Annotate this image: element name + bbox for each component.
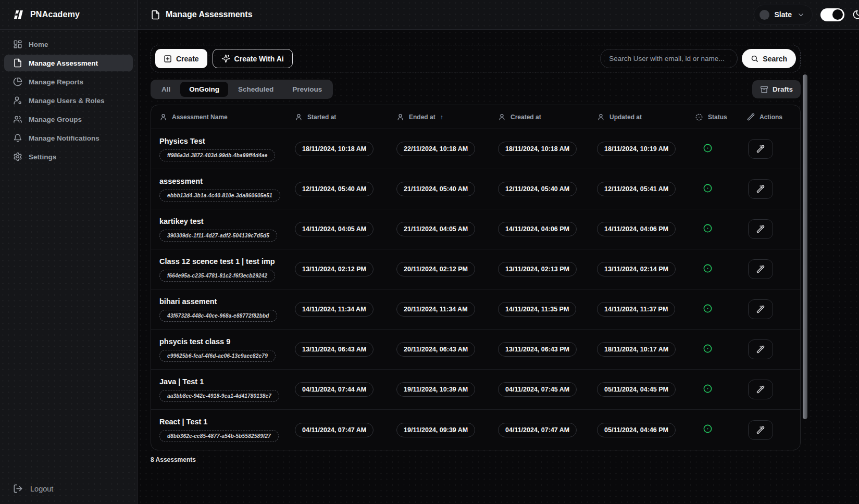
sidebar-item-manage-groups[interactable]: Manage Groups (4, 111, 133, 128)
actions-cell (747, 380, 792, 399)
vertical-scrollbar-thumb[interactable] (803, 74, 807, 419)
updated-at-cell: 18/11/2024, 10:19 AM (597, 142, 695, 156)
row-actions-button[interactable] (748, 139, 773, 159)
created-at-value: 04/11/2024, 07:47 AM (498, 423, 577, 437)
tab-previous[interactable]: Previous (283, 82, 331, 97)
toggle-knob (832, 9, 843, 20)
sidebar-item-home[interactable]: Home (4, 36, 133, 53)
assessment-name-cell: assessment ebbb13d4-3b1a-4c40-810e-3da86… (159, 177, 295, 201)
dark-mode-toggle[interactable] (820, 8, 844, 21)
sidebar-item-manage-users-roles[interactable]: Manage Users & Roles (4, 92, 133, 109)
sidebar-footer: Logout (0, 473, 137, 504)
tab-ongoing[interactable]: OnGoing (180, 82, 228, 97)
updated-at-value: 18/11/2024, 10:19 AM (597, 142, 676, 156)
updated-at-value: 14/11/2024, 11:37 PM (597, 302, 675, 317)
tab-scheduled[interactable]: Scheduled (229, 82, 282, 97)
created-at-value: 18/11/2024, 10:18 AM (498, 142, 577, 156)
create-button[interactable]: Create (155, 49, 207, 68)
ended-at-value: 19/11/2024, 10:39 AM (396, 382, 475, 397)
users-group-icon (13, 115, 22, 124)
created-at-cell: 14/11/2024, 11:35 PM (498, 302, 597, 317)
sidebar-item-label: Settings (29, 153, 56, 161)
actions-cell (747, 420, 792, 440)
ended-at-cell: 20/11/2024, 11:34 AM (396, 302, 498, 317)
updated-at-cell: 18/11/2024, 10:17 AM (597, 342, 695, 357)
create-with-ai-button[interactable]: Create With Ai (213, 49, 293, 68)
ended-at-value: 21/11/2024, 05:40 AM (396, 182, 475, 196)
assessment-id-badge: 390309dc-1f11-4d27-adf2-504139c7d5d5 (159, 230, 277, 242)
search-button[interactable]: Search (742, 49, 796, 68)
column-label: Ended at (409, 114, 435, 121)
assessment-name-cell: phsycis test class 9 e99625b6-feaf-4f6d-… (159, 337, 295, 362)
row-actions-button[interactable] (748, 420, 773, 440)
sidebar-item-manage-reports[interactable]: Manage Reports (4, 73, 133, 90)
search-button-label: Search (763, 55, 787, 63)
updated-at-value: 13/11/2024, 02:14 PM (597, 262, 676, 276)
created-at-value: 14/11/2024, 11:35 PM (498, 302, 576, 317)
created-at-value: 04/11/2024, 07:45 AM (498, 382, 577, 397)
column-header-status[interactable]: Status (695, 113, 747, 121)
bell-icon (13, 133, 22, 143)
assessment-id-badge: f664e95a-c235-4781-81c2-f6f3ecb29242 (159, 270, 275, 282)
status-cell (695, 143, 747, 155)
column-header-actions[interactable]: Actions (747, 113, 792, 121)
wand-sparkles-icon (756, 265, 765, 273)
row-actions-button[interactable] (748, 299, 773, 319)
moon-icon (852, 9, 859, 20)
logout-label: Logout (30, 485, 53, 493)
sidebar-item-manage-assessment[interactable]: Manage Assessment (4, 55, 133, 71)
search-input[interactable] (600, 49, 738, 68)
theme-select[interactable]: Slate (754, 5, 813, 24)
column-header-assessment-name[interactable]: Assessment Name (159, 113, 295, 121)
sidebar-item-manage-notifications[interactable]: Manage Notifications (4, 130, 133, 146)
created-at-cell: 14/11/2024, 04:06 PM (498, 222, 597, 236)
created-at-cell: 04/11/2024, 07:47 AM (498, 423, 597, 437)
drafts-label: Drafts (773, 85, 793, 93)
logout-button[interactable]: Logout (13, 484, 124, 494)
assessment-name-cell: Class 12 scence test 1 | test imp f664e9… (159, 257, 295, 282)
table-row: phsycis test class 9 e99625b6-feaf-4f6d-… (151, 330, 800, 370)
status-ongoing-icon (703, 384, 713, 394)
tab-all[interactable]: All (153, 82, 179, 97)
wand-sparkles-icon (756, 145, 765, 153)
sidebar-item-settings[interactable]: Settings (4, 148, 133, 165)
started-at-value: 14/11/2024, 11:34 AM (295, 302, 374, 317)
ended-at-value: 20/11/2024, 11:34 AM (396, 302, 475, 317)
column-header-created-at[interactable]: Created at (498, 113, 597, 121)
ended-at-cell: 20/11/2024, 06:43 AM (396, 342, 498, 357)
created-at-cell: 04/11/2024, 07:45 AM (498, 382, 597, 397)
started-at-value: 04/11/2024, 07:44 AM (295, 382, 374, 397)
status-ongoing-icon (703, 263, 713, 273)
user-column-icon (295, 113, 303, 121)
row-actions-button[interactable] (748, 380, 773, 399)
status-cell (695, 424, 747, 436)
column-header-ended-at[interactable]: Ended at ↑ (396, 113, 498, 121)
drafts-button[interactable]: Drafts (752, 80, 801, 98)
updated-at-cell: 05/11/2024, 04:45 PM (597, 382, 695, 397)
column-label: Updated at (609, 114, 642, 121)
started-at-value: 04/11/2024, 07:47 AM (295, 423, 374, 437)
row-actions-button[interactable] (748, 339, 773, 359)
wand-sparkles-icon (756, 305, 765, 313)
wand-sparkles-icon (756, 426, 765, 434)
sidebar-item-label: Manage Assessment (29, 59, 98, 67)
sidebar-item-label: Home (29, 41, 48, 48)
created-at-value: 13/11/2024, 06:43 PM (498, 342, 577, 357)
row-actions-button[interactable] (748, 259, 773, 279)
row-actions-button[interactable] (748, 179, 773, 199)
actions-cell (747, 179, 792, 199)
create-label: Create (176, 55, 199, 63)
user-column-icon (159, 113, 167, 121)
ended-at-cell: 21/11/2024, 04:05 AM (396, 222, 498, 236)
row-actions-button[interactable] (748, 219, 773, 239)
user-column-icon (396, 113, 404, 121)
actions-cell (747, 219, 792, 239)
column-label: Started at (307, 114, 336, 121)
started-at-value: 13/11/2024, 02:12 PM (295, 262, 374, 276)
main-area: Manage Assessments Slate (138, 0, 859, 504)
column-header-updated-at[interactable]: Updated at (597, 113, 695, 121)
column-header-started-at[interactable]: Started at (295, 113, 396, 121)
logout-icon (13, 484, 23, 494)
topbar: Manage Assessments Slate (138, 0, 859, 30)
assessments-table: Assessment Name Started at Ended at ↑ (151, 105, 801, 450)
